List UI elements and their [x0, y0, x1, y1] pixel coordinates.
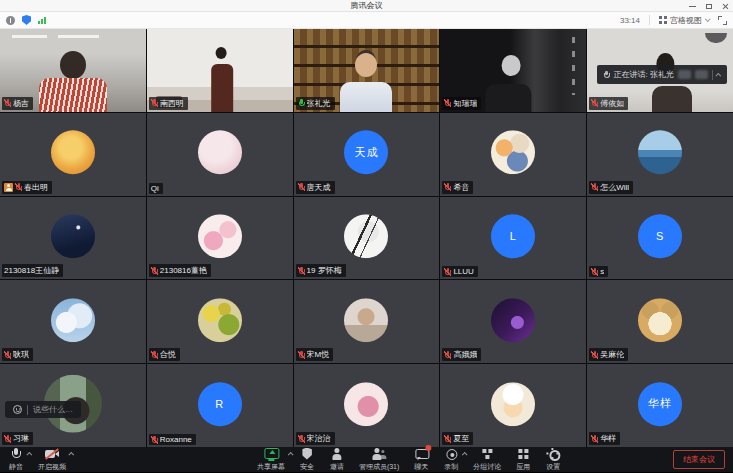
- participant-tile[interactable]: L LLUU: [440, 197, 586, 280]
- mic-muted-icon: [444, 183, 451, 191]
- breakout-rooms-button[interactable]: 分组讨论: [473, 448, 501, 472]
- participant-tile[interactable]: 华样 华样: [587, 364, 733, 447]
- camera-off-icon: [44, 448, 60, 461]
- participant-tile[interactable]: S s: [587, 197, 733, 280]
- participant-tile[interactable]: Qi: [147, 113, 293, 196]
- microphone-icon: [8, 448, 24, 461]
- participant-tile-active-speaker[interactable]: 张礼光: [294, 29, 440, 112]
- gear-icon: [545, 448, 561, 461]
- participant-tile[interactable]: 2130816董艳: [147, 197, 293, 280]
- participant-tile[interactable]: 知瑞瑞: [440, 29, 586, 112]
- invite-person-icon: [329, 448, 345, 461]
- participant-name-label: Qi: [149, 183, 163, 194]
- breakout-rooms-icon: [479, 448, 495, 461]
- divider: [712, 70, 713, 80]
- participant-tile[interactable]: 怎么Will: [587, 113, 733, 196]
- invite-button[interactable]: 邀请: [329, 448, 345, 472]
- participant-name-label: 南西明: [149, 97, 188, 110]
- mute-button[interactable]: 静音: [8, 448, 24, 472]
- mic-muted-icon: [298, 267, 305, 275]
- active-speaker-overlay: 正在讲话: 张礼光: [597, 65, 727, 84]
- participant-name-label: 夏至: [442, 432, 473, 445]
- apps-button[interactable]: 应用: [515, 448, 531, 472]
- collapse-chevron-icon[interactable]: [715, 72, 721, 78]
- participant-tile[interactable]: 宋治治: [294, 364, 440, 447]
- participant-tile[interactable]: 杨吉: [0, 29, 146, 112]
- participant-name: 2130818王仙静: [4, 265, 59, 276]
- encryption-shield-icon: [22, 15, 31, 25]
- record-icon: [443, 448, 459, 461]
- participant-name-label: 傅依如: [589, 97, 628, 110]
- minimize-icon[interactable]: [689, 6, 696, 7]
- participant-name-label: 怎么Will: [589, 181, 633, 194]
- avatar: [491, 382, 535, 426]
- participant-tile[interactable]: 夏至: [440, 364, 586, 447]
- video-options-chevron-icon[interactable]: [68, 451, 74, 457]
- participant-name: 唐天成: [307, 182, 331, 193]
- layout-view-button[interactable]: 宫格视图: [659, 15, 709, 26]
- participant-name: 南西明: [160, 98, 184, 109]
- chat-placeholder: 说些什么…: [33, 404, 73, 415]
- network-signal-icon: [38, 16, 46, 24]
- video-grid: 杨吉 南西明 张礼光 知瑞瑞 傅依如 春出明 Qi 天成 唐天成 希音 怎么Wi…: [0, 29, 733, 447]
- mic-muted-icon: [15, 183, 22, 191]
- participant-name: 夏至: [453, 433, 469, 444]
- participant-tile[interactable]: 耿琪: [0, 280, 146, 363]
- avatar-initials: L: [510, 230, 517, 242]
- start-video-button[interactable]: 开启视频: [38, 448, 66, 472]
- participant-tile[interactable]: 春出明: [0, 113, 146, 196]
- share-options-chevron-icon[interactable]: [287, 451, 293, 457]
- chevron-down-icon: [705, 16, 711, 22]
- participant-name: 高娥娥: [453, 349, 477, 360]
- maximize-icon[interactable]: [706, 4, 712, 9]
- window-title: 腾讯会议: [0, 0, 733, 11]
- mic-muted-icon: [298, 351, 305, 359]
- participant-tile[interactable]: 19 罗怀梅: [294, 197, 440, 280]
- participant-name-label: 19 罗怀梅: [296, 264, 346, 277]
- end-meeting-button[interactable]: 结束会议: [673, 450, 725, 469]
- participant-name: 耿琪: [13, 349, 29, 360]
- close-icon[interactable]: [722, 3, 729, 10]
- mic-muted-icon: [151, 99, 158, 107]
- fullscreen-icon[interactable]: [718, 16, 727, 25]
- record-button[interactable]: 录制: [443, 448, 459, 472]
- participant-tile[interactable]: 吴麻伦: [587, 280, 733, 363]
- participant-name-label: 唐天成: [296, 181, 335, 194]
- avatar: [51, 298, 95, 342]
- avatar: [491, 130, 535, 174]
- mic-muted-icon: [151, 267, 158, 275]
- avatar-initials: S: [656, 230, 664, 242]
- participant-tile[interactable]: 高娥娥: [440, 280, 586, 363]
- manage-members-button[interactable]: 管理成员(31): [359, 448, 399, 472]
- participant-name-label: 2130816董艳: [149, 264, 211, 277]
- participant-tile[interactable]: 希音: [440, 113, 586, 196]
- quick-chat-overlay[interactable]: 说些什么…: [5, 401, 81, 418]
- record-options-chevron-icon[interactable]: [462, 451, 468, 457]
- participant-tile[interactable]: 合悦: [147, 280, 293, 363]
- participant-tile[interactable]: 南西明: [147, 29, 293, 112]
- avatar-initials: 华样: [648, 396, 672, 411]
- emoji-icon[interactable]: [13, 405, 22, 414]
- settings-button[interactable]: 设置: [545, 448, 561, 472]
- avatar: S: [638, 214, 682, 258]
- avatar: [51, 130, 95, 174]
- mic-muted-icon: [591, 351, 598, 359]
- meeting-info-icon[interactable]: [6, 16, 15, 25]
- mic-options-chevron-icon[interactable]: [26, 451, 32, 457]
- members-icon: [371, 448, 387, 461]
- apps-grid-icon: [515, 448, 531, 461]
- share-screen-button[interactable]: 共享屏幕: [257, 448, 285, 472]
- mic-muted-icon: [444, 99, 451, 107]
- speaker-chip: [695, 70, 708, 79]
- security-button[interactable]: 安全: [299, 448, 315, 472]
- participant-name-label: 合悦: [149, 348, 180, 361]
- participant-tile[interactable]: 天成 唐天成: [294, 113, 440, 196]
- chat-button[interactable]: 聊天: [413, 448, 429, 472]
- participant-name: 华样: [600, 433, 616, 444]
- mic-muted-icon: [298, 435, 305, 443]
- screen-share-icon: [263, 448, 279, 461]
- participant-tile[interactable]: R Roxanne: [147, 364, 293, 447]
- participant-tile[interactable]: 宋M悦: [294, 280, 440, 363]
- mic-muted-icon: [591, 268, 598, 276]
- participant-tile[interactable]: 2130818王仙静: [0, 197, 146, 280]
